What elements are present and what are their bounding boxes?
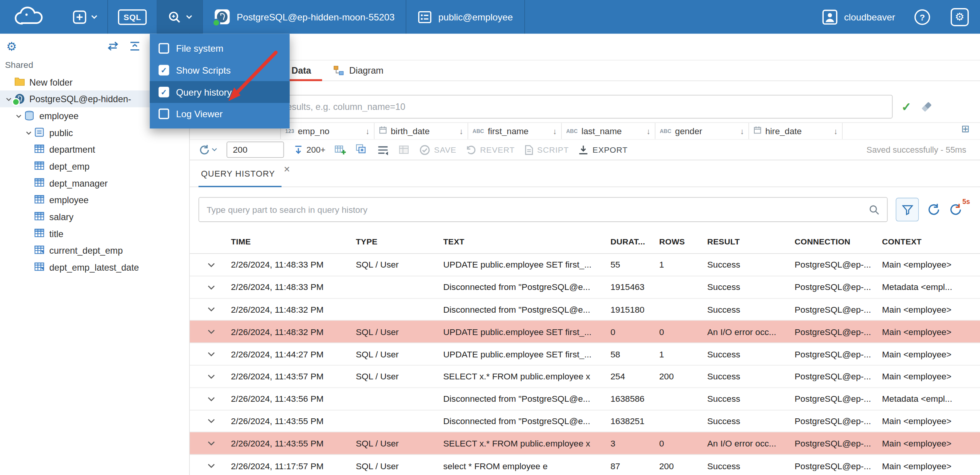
expand-row-icon[interactable] xyxy=(198,349,231,359)
duplicate-row-icon[interactable] xyxy=(356,144,368,156)
tree-item-label: public xyxy=(49,128,73,138)
menu-item-file-system[interactable]: File system xyxy=(150,37,289,59)
result-filter-input[interactable] xyxy=(200,102,892,112)
tree-item-employee[interactable]: employee xyxy=(0,192,189,209)
connection-selector[interactable]: PostgreSQL@ep-hidden-moon-55203 xyxy=(203,0,406,34)
app-window: SQL PostgreSQL@ xyxy=(0,0,980,475)
history-row[interactable]: 2/26/2024, 11:43:55 PMSQL / UserSELECT x… xyxy=(190,433,980,455)
tree-item-department[interactable]: department xyxy=(0,141,189,158)
menu-item-query-history[interactable]: ✓Query history xyxy=(150,81,289,103)
sort-desc-icon[interactable]: ↓ xyxy=(646,126,651,136)
apply-filter-icon[interactable]: ✓ xyxy=(901,99,911,114)
cell-context: Main <employee> xyxy=(882,304,980,314)
checkbox-icon[interactable]: ✓ xyxy=(159,87,169,98)
revert-button[interactable]: REVERT xyxy=(466,145,515,155)
expand-row-icon[interactable] xyxy=(198,460,231,471)
sql-editor-button[interactable]: SQL xyxy=(108,0,157,34)
history-row[interactable]: 2/26/2024, 11:43:56 PMDisconnected from … xyxy=(190,388,980,410)
cell-rows: 200 xyxy=(659,371,707,381)
sync-connections-icon[interactable] xyxy=(107,41,119,51)
history-column-text[interactable]: TEXT xyxy=(443,237,611,246)
history-column-rows[interactable]: ROWS xyxy=(659,237,707,246)
grid-column-birth_date[interactable]: birth_date↓ xyxy=(375,123,468,139)
close-panel-icon[interactable]: × xyxy=(284,163,290,176)
grid-column-first_name[interactable]: ABCfirst_name↓ xyxy=(468,123,562,139)
history-refresh-icon[interactable] xyxy=(927,203,941,217)
clear-filter-icon[interactable] xyxy=(920,101,933,112)
tree-item-dept-manager[interactable]: dept_manager xyxy=(0,175,189,192)
history-column-time[interactable]: TIME xyxy=(231,237,356,246)
menu-item-show-scripts[interactable]: ✓Show Scripts xyxy=(150,59,289,81)
history-column-result[interactable]: RESULT xyxy=(707,237,794,246)
history-search-box xyxy=(198,197,887,222)
expander-icon[interactable] xyxy=(14,112,24,119)
expand-row-icon[interactable] xyxy=(198,416,231,426)
export-button[interactable]: EXPORT xyxy=(578,145,628,155)
menu-item-log-viewer[interactable]: Log Viewer xyxy=(150,103,289,125)
expand-row-icon[interactable] xyxy=(198,327,231,337)
history-column-connection[interactable]: CONNECTION xyxy=(795,237,882,246)
history-filter-button[interactable] xyxy=(896,198,919,221)
checkbox-icon[interactable] xyxy=(159,109,169,120)
grid-config-icon[interactable]: ⊞ xyxy=(961,123,971,135)
history-row[interactable]: 2/26/2024, 11:43:55 PMDisconnected from … xyxy=(190,410,980,433)
cloudbeaver-logo[interactable] xyxy=(0,6,63,28)
view-menu-button[interactable] xyxy=(157,0,202,34)
history-column-durat[interactable]: DURAT... xyxy=(610,237,659,246)
new-object-button[interactable] xyxy=(63,0,107,34)
delete-row-icon[interactable] xyxy=(377,144,389,156)
history-row[interactable]: 2/26/2024, 11:48:33 PMDisconnected from … xyxy=(190,276,980,298)
revert-cell-icon[interactable] xyxy=(399,144,411,156)
expand-row-icon[interactable] xyxy=(198,371,231,382)
grid-column-last_name[interactable]: ABClast_name↓ xyxy=(562,123,656,139)
script-button[interactable]: SCRIPT xyxy=(524,145,569,155)
settings-button[interactable]: ⚙ xyxy=(941,0,980,34)
sidebar-settings-icon[interactable]: ⚙ xyxy=(6,39,17,53)
help-button[interactable]: ? xyxy=(904,0,941,34)
expand-row-icon[interactable] xyxy=(198,304,231,315)
history-search-input[interactable] xyxy=(199,205,869,215)
tree-item-title[interactable]: title xyxy=(0,225,189,242)
history-row[interactable]: 2/26/2024, 11:48:33 PMSQL / UserUPDATE p… xyxy=(190,254,980,276)
sort-desc-icon[interactable]: ↓ xyxy=(365,126,370,136)
grid-column-emp_no[interactable]: 123emp_no↓ xyxy=(281,123,375,139)
history-row[interactable]: 2/26/2024, 11:17:57 PMSQL / Userselect *… xyxy=(190,455,980,475)
expand-row-icon[interactable] xyxy=(198,282,231,293)
cell-connection: PostgreSQL@ep-... xyxy=(795,416,882,426)
column-name: emp_no xyxy=(298,126,362,136)
sort-desc-icon[interactable]: ↓ xyxy=(459,126,463,136)
history-row[interactable]: 2/26/2024, 11:44:27 PMSQL / UserUPDATE p… xyxy=(190,343,980,366)
history-column-type[interactable]: TYPE xyxy=(356,237,443,246)
user-menu[interactable]: cloudbeaver xyxy=(813,9,904,24)
grid-column-hire_date[interactable]: hire_date↓ xyxy=(749,123,843,139)
fetch-all-button[interactable]: 200+ xyxy=(293,145,325,155)
sort-desc-icon[interactable]: ↓ xyxy=(834,126,838,136)
grid-column-gender[interactable]: ABCgender↓ xyxy=(656,123,749,139)
schema-selector[interactable]: public@employee xyxy=(406,0,524,34)
tree-item-current-dept-emp[interactable]: current_dept_emp xyxy=(0,242,189,259)
sort-desc-icon[interactable]: ↓ xyxy=(740,126,744,136)
expand-row-icon[interactable] xyxy=(198,393,231,404)
checkbox-icon[interactable]: ✓ xyxy=(159,65,169,76)
tab-query-history[interactable]: QUERY HISTORY xyxy=(198,160,281,187)
history-row[interactable]: 2/26/2024, 11:43:57 PMSQL / UserSELECT x… xyxy=(190,366,980,388)
history-column-context[interactable]: CONTEXT xyxy=(882,237,980,246)
add-row-icon[interactable] xyxy=(335,144,347,156)
sort-desc-icon[interactable]: ↓ xyxy=(553,126,557,136)
refresh-results-icon[interactable] xyxy=(198,144,217,156)
tree-item-dept-emp[interactable]: dept_emp xyxy=(0,158,189,175)
fetch-size-input[interactable] xyxy=(227,142,284,157)
checkbox-icon[interactable] xyxy=(159,43,169,54)
tree-item-salary[interactable]: salary xyxy=(0,208,189,225)
tree-item-dept-emp-latest-date[interactable]: dept_emp_latest_date xyxy=(0,259,189,276)
collapse-all-icon[interactable] xyxy=(129,41,140,51)
tab-diagram[interactable]: Diagram xyxy=(323,61,395,81)
cell-time: 2/26/2024, 11:44:27 PM xyxy=(231,349,356,359)
save-button[interactable]: SAVE xyxy=(420,145,456,155)
expand-row-icon[interactable] xyxy=(198,438,231,449)
history-row[interactable]: 2/26/2024, 11:48:32 PMDisconnected from … xyxy=(190,298,980,321)
history-row[interactable]: 2/26/2024, 11:48:32 PMSQL / UserUPDATE p… xyxy=(190,321,980,343)
expand-row-icon[interactable] xyxy=(198,259,231,270)
auto-refresh-icon[interactable]: 5s xyxy=(949,203,963,217)
expander-icon[interactable] xyxy=(24,129,34,136)
